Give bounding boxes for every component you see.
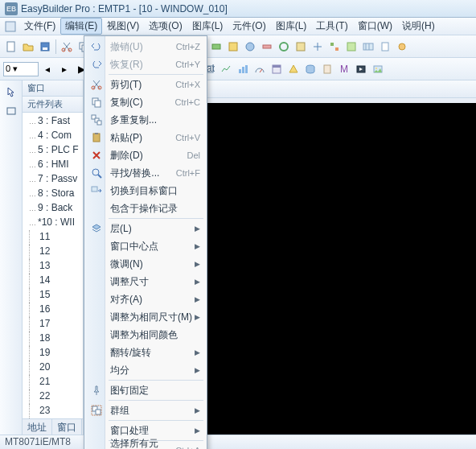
menu-parts[interactable]: 元件(O)	[228, 18, 270, 35]
data-button[interactable]	[302, 61, 318, 77]
svg-rect-19	[335, 47, 339, 51]
picture-button[interactable]	[370, 61, 386, 77]
tool-a[interactable]	[208, 39, 224, 55]
panel-tab-window[interactable]: 窗口	[52, 419, 82, 435]
menu-item-[interactable]: 均分▶	[86, 361, 205, 379]
menu-draw[interactable]: 图库(L)	[187, 18, 228, 35]
save-button[interactable]	[37, 39, 53, 55]
menu-options[interactable]: 选项(O)	[144, 18, 187, 35]
tree-item[interactable]: 7 : Passv	[24, 172, 83, 187]
menu-item-p[interactable]: 粘贴(P)Ctrl+V	[86, 129, 205, 146]
submenu-arrow-icon: ▶	[195, 295, 200, 303]
window-button[interactable]	[269, 61, 285, 77]
menu-window[interactable]: 窗口(W)	[353, 18, 397, 35]
rect-tool[interactable]	[3, 103, 19, 119]
tree-item[interactable]: 21	[29, 375, 83, 389]
menu-item-[interactable]: 窗口中心点▶	[86, 237, 205, 255]
menu-item-e[interactable]: 选择所有元件(E)Ctrl+A	[86, 442, 205, 449]
tool-e[interactable]	[276, 39, 292, 55]
menu-item-[interactable]: 图钉固定	[86, 381, 205, 399]
meter-button[interactable]	[252, 61, 268, 77]
menu-item-r: 恢复(R)Ctrl+Y	[86, 56, 205, 73]
tree-item[interactable]: 14	[29, 274, 83, 288]
tool-b[interactable]	[225, 39, 241, 55]
tree-item[interactable]: 6 : HMI	[24, 158, 83, 172]
menu-item-[interactable]: 切换到目标窗口	[86, 182, 205, 200]
menu-shortcut: Ctrl+A	[166, 446, 200, 449]
tool-c[interactable]	[242, 39, 258, 55]
tree-item[interactable]: 8 : Stora	[24, 187, 83, 201]
alarm-button[interactable]	[285, 61, 302, 77]
menu-item-label: 群组	[110, 404, 129, 418]
menu-library[interactable]: 图库(L)	[271, 18, 312, 35]
tree-item[interactable]: 16	[29, 303, 83, 317]
svg-text:ab: ab	[207, 64, 215, 74]
tree-item[interactable]: 18	[29, 332, 83, 346]
toolbar-secondary: 0 ▾ ◂ ▸ ▶ A 文 12 ab M	[0, 58, 476, 80]
svg-rect-20	[347, 43, 355, 51]
menu-item-a[interactable]: 对齐(A)▶	[86, 290, 205, 308]
bar-button[interactable]	[235, 61, 251, 77]
menu-item-[interactable]: 翻转/旋转▶	[86, 344, 205, 361]
tree-item[interactable]: 20	[29, 360, 83, 375]
system-menu-icon[interactable]	[4, 20, 17, 33]
media-button[interactable]	[353, 61, 369, 77]
menu-view[interactable]: 视图(V)	[102, 18, 144, 35]
menu-item-n[interactable]: 微调(N)▶	[86, 255, 205, 273]
menu-item-d[interactable]: 删除(D)Del	[86, 146, 205, 164]
tree-item[interactable]: 17	[29, 317, 83, 332]
menu-item-label: 删除(D)	[110, 149, 143, 163]
menu-item-[interactable]: 调整为相同颜色	[86, 326, 205, 344]
menu-item-[interactable]: 包含于操作记录	[86, 200, 205, 217]
tool-j[interactable]	[360, 39, 376, 55]
tree-item[interactable]: 19	[29, 346, 83, 360]
menu-help[interactable]: 说明(H)	[397, 18, 440, 35]
tool-l[interactable]	[394, 39, 410, 55]
menu-item-[interactable]: 群组▶	[86, 402, 205, 419]
next-button[interactable]: ▸	[56, 61, 72, 77]
tree-item[interactable]: 11	[29, 230, 83, 245]
tool-g[interactable]	[310, 39, 326, 55]
menu-item-[interactable]: 多重复制...	[86, 111, 205, 129]
open-button[interactable]	[20, 39, 36, 55]
tree-item[interactable]: 4 : Com	[24, 129, 83, 143]
state-combo[interactable]: 0 ▾	[3, 62, 39, 76]
menu-item-[interactable]: 调整尺寸▶	[86, 273, 205, 290]
tree-item[interactable]: 13	[29, 259, 83, 274]
menu-item-c[interactable]: 复制(C)Ctrl+C	[86, 93, 205, 111]
tree-item[interactable]: *10 : WII	[24, 216, 83, 230]
tree-item[interactable]: 15	[29, 288, 83, 303]
tool-f[interactable]	[293, 39, 309, 55]
menu-file[interactable]: 文件(F)	[19, 18, 60, 35]
menu-item-label: 恢复(R)	[110, 58, 143, 72]
tree-item[interactable]: 23	[29, 404, 83, 418]
tool-d[interactable]	[259, 39, 275, 55]
menu-edit[interactable]: 编辑(E)	[60, 18, 102, 35]
tree-item[interactable]: 22	[29, 389, 83, 404]
tree-item[interactable]: 9 : Back	[24, 201, 83, 216]
menu-item-label: 粘贴(P)	[110, 131, 142, 145]
tree-item[interactable]: 12	[29, 245, 83, 259]
tool-i[interactable]	[343, 39, 359, 55]
tool-h[interactable]	[326, 39, 343, 55]
svg-rect-3	[43, 47, 47, 50]
tool-k[interactable]	[377, 39, 393, 55]
menu-item-[interactable]: 寻找/替换...Ctrl+F	[86, 164, 205, 182]
tree[interactable]: 3 : Fast 4 : Com 5 : PLC F 6 : HMI 7 : P…	[23, 113, 83, 418]
menu-item-m[interactable]: 调整为相同尺寸(M)▶	[86, 308, 205, 326]
tree-item[interactable]: 5 : PLC F	[24, 143, 83, 158]
cut-icon	[89, 77, 104, 92]
pointer-tool[interactable]	[3, 84, 19, 100]
panel-tab-address[interactable]: 地址	[23, 419, 52, 435]
menu-item-t[interactable]: 剪切(T)Ctrl+X	[86, 76, 205, 93]
macro-button[interactable]: M	[336, 61, 352, 77]
menu-item-l[interactable]: 层(L)▶	[86, 220, 205, 237]
recipe-button[interactable]	[319, 61, 335, 77]
prev-button[interactable]: ◂	[39, 61, 55, 77]
cut-button[interactable]	[59, 39, 75, 55]
new-button[interactable]	[3, 39, 19, 55]
trend-button[interactable]	[218, 61, 234, 77]
menu-tools[interactable]: 工具(T)	[311, 18, 352, 35]
tree-item[interactable]: 3 : Fast	[24, 114, 83, 129]
panel-window-header: 窗口	[23, 80, 83, 97]
